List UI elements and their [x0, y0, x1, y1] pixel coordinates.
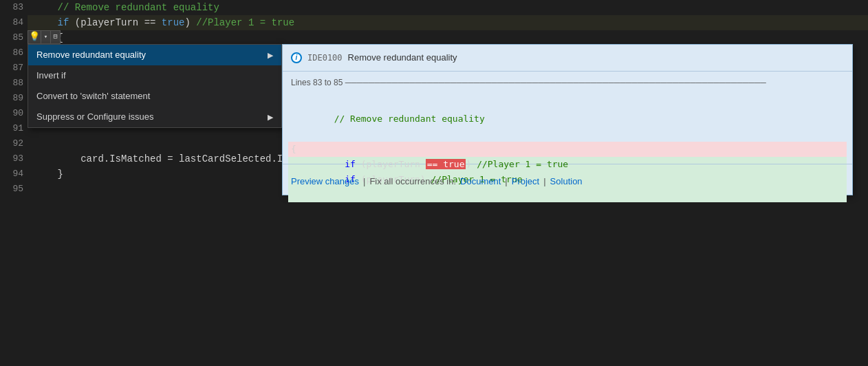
menu-item-remove-redundant-arrow: ▶: [268, 47, 273, 63]
fix-all-label: Fix all occurrences in:: [369, 174, 456, 189]
code-line-85: {: [28, 30, 868, 45]
menu-item-convert-switch-label: Convert to 'switch' statement: [36, 89, 150, 104]
menu-item-suppress[interactable]: Suppress or Configure issues ▶: [28, 107, 281, 127]
menu-item-remove-redundant[interactable]: Remove redundant equality ▶: [28, 45, 281, 65]
code-line-84: if (playerTurn == true) //Player 1 = tru…: [28, 15, 868, 30]
menu-item-invert-if-label: Invert if: [36, 68, 66, 83]
preview-code-line-brace: {: [291, 142, 844, 157]
info-icon: i: [291, 52, 302, 63]
menu-item-convert-switch[interactable]: Convert to 'switch' statement: [28, 86, 281, 107]
menu-item-suppress-label: Suppress or Configure issues: [36, 109, 154, 125]
fix-document-link[interactable]: Document: [460, 174, 501, 189]
line-number-88: 88: [0, 76, 23, 91]
menu-item-invert-if[interactable]: Invert if: [28, 65, 281, 86]
fix-project-link[interactable]: Project: [512, 174, 539, 189]
fix-solution-link[interactable]: Solution: [550, 174, 583, 189]
lightbulb-button[interactable]: 💡: [28, 30, 41, 44]
line-number-89: 89: [0, 91, 23, 106]
lightbulb-dropdown-arrow[interactable]: ▾: [41, 30, 51, 44]
context-menu: Remove redundant equality ▶ Invert if Co…: [28, 44, 282, 128]
line-number-84: 84: [0, 15, 23, 30]
menu-item-suppress-arrow: ▶: [268, 109, 273, 125]
line-number-85: 85: [0, 30, 23, 45]
menu-item-remove-redundant-label: Remove redundant equality: [36, 47, 146, 63]
line-number-93: 93: [0, 151, 23, 166]
preview-code-area: // Remove redundant equality if (playerT…: [283, 94, 852, 160]
code-editor: 83 84 85 86 87 88 89 90 91 92 93 94 95 /…: [0, 0, 868, 366]
line-number-87: 87: [0, 61, 23, 76]
preview-header: i IDE0100 Remove redundant equality: [283, 45, 852, 71]
line-number-92: 92: [0, 136, 23, 151]
code-line-83: // Remove redundant equality: [28, 0, 868, 15]
footer-separator-3: |: [543, 174, 545, 189]
line-number-91: 91: [0, 121, 23, 136]
line-number-90: 90: [0, 106, 23, 121]
line-number-94: 94: [0, 166, 23, 182]
line-number-86: 86: [0, 45, 23, 61]
preview-code-line-comment: // Remove redundant equality: [291, 96, 844, 111]
preview-code-line-added: if (playerTurn) //Player 1 = true: [291, 127, 844, 142]
preview-header-code: IDE0100: [307, 50, 343, 65]
line-numbers: 83 84 85 86 87 88 89 90 91 92 93 94 95: [0, 0, 28, 366]
line-number-95: 95: [0, 182, 23, 197]
lightbulb-small-icon[interactable]: ⊟: [51, 30, 61, 44]
preview-panel: i IDE0100 Remove redundant equality Line…: [282, 44, 853, 195]
lightbulb-widget[interactable]: 💡 ▾ ⊟: [28, 30, 61, 44]
preview-header-title: Remove redundant equality: [348, 50, 457, 65]
preview-lines-label: Lines 83 to 85 ─────────────────────────…: [283, 72, 852, 94]
line-number-83: 83: [0, 0, 23, 15]
preview-changes-link[interactable]: Preview changes: [291, 174, 359, 189]
footer-separator-2: |: [505, 174, 507, 189]
footer-separator-1: |: [363, 174, 365, 189]
